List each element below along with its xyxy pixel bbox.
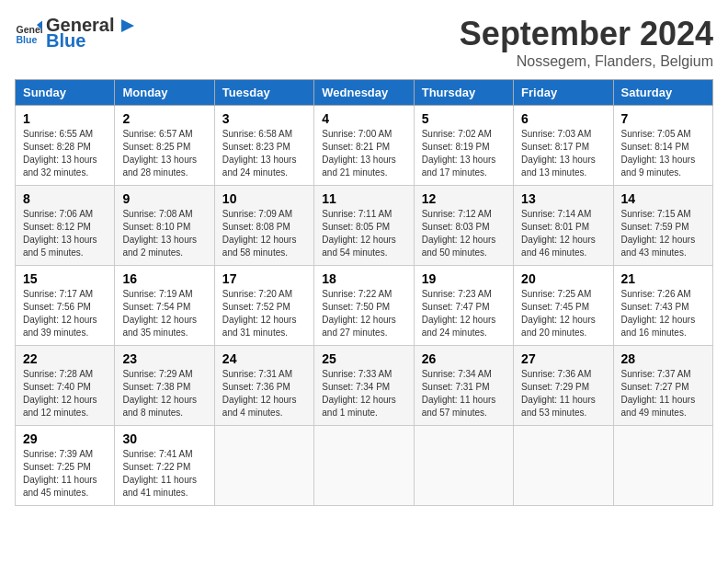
day-info: Sunrise: 7:34 AM Sunset: 7:31 PM Dayligh… — [422, 368, 506, 419]
day-info: Sunrise: 6:58 AM Sunset: 8:23 PM Dayligh… — [222, 128, 306, 179]
day-cell: 20Sunrise: 7:25 AM Sunset: 7:45 PM Dayli… — [514, 266, 613, 346]
day-number: 28 — [621, 351, 705, 366]
day-info: Sunrise: 7:36 AM Sunset: 7:29 PM Dayligh… — [521, 368, 605, 419]
day-number: 15 — [23, 271, 107, 286]
logo: General Blue General Blue — [15, 15, 136, 52]
day-number: 16 — [122, 271, 206, 286]
day-info: Sunrise: 7:11 AM Sunset: 8:05 PM Dayligh… — [322, 208, 405, 259]
day-info: Sunrise: 7:20 AM Sunset: 7:52 PM Dayligh… — [222, 288, 306, 339]
day-info: Sunrise: 7:25 AM Sunset: 7:45 PM Dayligh… — [521, 288, 605, 339]
week-row-5: 29Sunrise: 7:39 AM Sunset: 7:25 PM Dayli… — [16, 426, 713, 506]
day-cell: 3Sunrise: 6:58 AM Sunset: 8:23 PM Daylig… — [214, 106, 313, 186]
day-number: 14 — [621, 191, 705, 206]
header-wednesday: Wednesday — [314, 80, 414, 106]
day-cell: 25Sunrise: 7:33 AM Sunset: 7:34 PM Dayli… — [314, 346, 414, 426]
week-row-2: 8Sunrise: 7:06 AM Sunset: 8:12 PM Daylig… — [16, 186, 713, 266]
week-row-3: 15Sunrise: 7:17 AM Sunset: 7:56 PM Dayli… — [16, 266, 713, 346]
day-cell: 24Sunrise: 7:31 AM Sunset: 7:36 PM Dayli… — [214, 346, 313, 426]
day-info: Sunrise: 7:23 AM Sunset: 7:47 PM Dayligh… — [422, 288, 506, 339]
day-cell: 12Sunrise: 7:12 AM Sunset: 8:03 PM Dayli… — [414, 186, 513, 266]
day-cell: 22Sunrise: 7:28 AM Sunset: 7:40 PM Dayli… — [16, 346, 115, 426]
day-info: Sunrise: 7:31 AM Sunset: 7:36 PM Dayligh… — [222, 368, 306, 419]
day-info: Sunrise: 7:33 AM Sunset: 7:34 PM Dayligh… — [322, 368, 405, 419]
day-number: 22 — [23, 351, 107, 366]
day-cell: 28Sunrise: 7:37 AM Sunset: 7:27 PM Dayli… — [613, 346, 712, 426]
day-cell: 1Sunrise: 6:55 AM Sunset: 8:28 PM Daylig… — [16, 106, 115, 186]
logo-icon: General Blue — [15, 19, 42, 47]
day-number: 30 — [122, 431, 206, 446]
day-cell: 10Sunrise: 7:09 AM Sunset: 8:08 PM Dayli… — [214, 186, 313, 266]
day-number: 2 — [122, 111, 206, 126]
day-number: 7 — [621, 111, 705, 126]
header-thursday: Thursday — [414, 80, 513, 106]
day-cell: 30Sunrise: 7:41 AM Sunset: 7:22 PM Dayli… — [115, 426, 214, 506]
logo-arrow-icon — [116, 16, 136, 36]
day-number: 26 — [422, 351, 506, 366]
day-info: Sunrise: 6:55 AM Sunset: 8:28 PM Dayligh… — [23, 128, 107, 179]
day-info: Sunrise: 7:08 AM Sunset: 8:10 PM Dayligh… — [122, 208, 206, 259]
day-info: Sunrise: 7:00 AM Sunset: 8:21 PM Dayligh… — [322, 128, 405, 179]
day-number: 6 — [521, 111, 605, 126]
day-cell — [314, 426, 414, 506]
day-number: 4 — [322, 111, 405, 126]
day-number: 1 — [23, 111, 107, 126]
day-info: Sunrise: 6:57 AM Sunset: 8:25 PM Dayligh… — [122, 128, 206, 179]
day-number: 19 — [422, 271, 506, 286]
day-cell: 18Sunrise: 7:22 AM Sunset: 7:50 PM Dayli… — [314, 266, 414, 346]
day-number: 9 — [122, 191, 206, 206]
svg-text:Blue: Blue — [17, 34, 38, 45]
day-info: Sunrise: 7:22 AM Sunset: 7:50 PM Dayligh… — [322, 288, 405, 339]
day-number: 24 — [222, 351, 306, 366]
day-cell: 21Sunrise: 7:26 AM Sunset: 7:43 PM Dayli… — [613, 266, 712, 346]
day-cell — [414, 426, 513, 506]
day-info: Sunrise: 7:39 AM Sunset: 7:25 PM Dayligh… — [23, 448, 107, 500]
day-info: Sunrise: 7:28 AM Sunset: 7:40 PM Dayligh… — [23, 368, 107, 419]
day-info: Sunrise: 7:06 AM Sunset: 8:12 PM Dayligh… — [23, 208, 107, 259]
day-number: 18 — [322, 271, 405, 286]
day-cell — [514, 426, 613, 506]
day-number: 21 — [621, 271, 705, 286]
day-info: Sunrise: 7:03 AM Sunset: 8:17 PM Dayligh… — [521, 128, 605, 179]
day-cell: 8Sunrise: 7:06 AM Sunset: 8:12 PM Daylig… — [16, 186, 115, 266]
day-cell: 27Sunrise: 7:36 AM Sunset: 7:29 PM Dayli… — [514, 346, 613, 426]
day-info: Sunrise: 7:41 AM Sunset: 7:22 PM Dayligh… — [122, 448, 206, 500]
day-number: 11 — [322, 191, 405, 206]
calendar-table: SundayMondayTuesdayWednesdayThursdayFrid… — [15, 79, 713, 506]
page-header: General Blue General Blue September 2024… — [15, 15, 713, 70]
day-number: 3 — [222, 111, 306, 126]
day-cell: 23Sunrise: 7:29 AM Sunset: 7:38 PM Dayli… — [115, 346, 214, 426]
day-info: Sunrise: 7:19 AM Sunset: 7:54 PM Dayligh… — [122, 288, 206, 339]
day-info: Sunrise: 7:26 AM Sunset: 7:43 PM Dayligh… — [621, 288, 705, 339]
day-cell: 6Sunrise: 7:03 AM Sunset: 8:17 PM Daylig… — [514, 106, 613, 186]
week-row-1: 1Sunrise: 6:55 AM Sunset: 8:28 PM Daylig… — [16, 106, 713, 186]
day-cell: 13Sunrise: 7:14 AM Sunset: 8:01 PM Dayli… — [514, 186, 613, 266]
day-cell: 15Sunrise: 7:17 AM Sunset: 7:56 PM Dayli… — [16, 266, 115, 346]
day-cell: 7Sunrise: 7:05 AM Sunset: 8:14 PM Daylig… — [613, 106, 712, 186]
day-info: Sunrise: 7:09 AM Sunset: 8:08 PM Dayligh… — [222, 208, 306, 259]
day-info: Sunrise: 7:05 AM Sunset: 8:14 PM Dayligh… — [621, 128, 705, 179]
day-info: Sunrise: 7:17 AM Sunset: 7:56 PM Dayligh… — [23, 288, 107, 339]
header-friday: Friday — [514, 80, 613, 106]
day-cell: 17Sunrise: 7:20 AM Sunset: 7:52 PM Dayli… — [214, 266, 313, 346]
day-cell — [613, 426, 712, 506]
day-number: 17 — [222, 271, 306, 286]
month-title: September 2024 — [460, 15, 713, 53]
day-cell: 14Sunrise: 7:15 AM Sunset: 7:59 PM Dayli… — [613, 186, 712, 266]
header-monday: Monday — [115, 80, 214, 106]
day-number: 20 — [521, 271, 605, 286]
day-cell: 29Sunrise: 7:39 AM Sunset: 7:25 PM Dayli… — [16, 426, 115, 506]
day-cell: 9Sunrise: 7:08 AM Sunset: 8:10 PM Daylig… — [115, 186, 214, 266]
day-cell: 2Sunrise: 6:57 AM Sunset: 8:25 PM Daylig… — [115, 106, 214, 186]
day-info: Sunrise: 7:14 AM Sunset: 8:01 PM Dayligh… — [521, 208, 605, 259]
day-cell: 4Sunrise: 7:00 AM Sunset: 8:21 PM Daylig… — [314, 106, 414, 186]
day-cell: 19Sunrise: 7:23 AM Sunset: 7:47 PM Dayli… — [414, 266, 513, 346]
day-number: 29 — [23, 431, 107, 446]
day-cell: 16Sunrise: 7:19 AM Sunset: 7:54 PM Dayli… — [115, 266, 214, 346]
day-number: 8 — [23, 191, 107, 206]
title-area: September 2024 Nossegem, Flanders, Belgi… — [460, 15, 713, 70]
day-cell: 26Sunrise: 7:34 AM Sunset: 7:31 PM Dayli… — [414, 346, 513, 426]
header-sunday: Sunday — [16, 80, 115, 106]
day-info: Sunrise: 7:29 AM Sunset: 7:38 PM Dayligh… — [122, 368, 206, 419]
svg-marker-3 — [121, 19, 134, 32]
day-info: Sunrise: 7:12 AM Sunset: 8:03 PM Dayligh… — [422, 208, 506, 259]
